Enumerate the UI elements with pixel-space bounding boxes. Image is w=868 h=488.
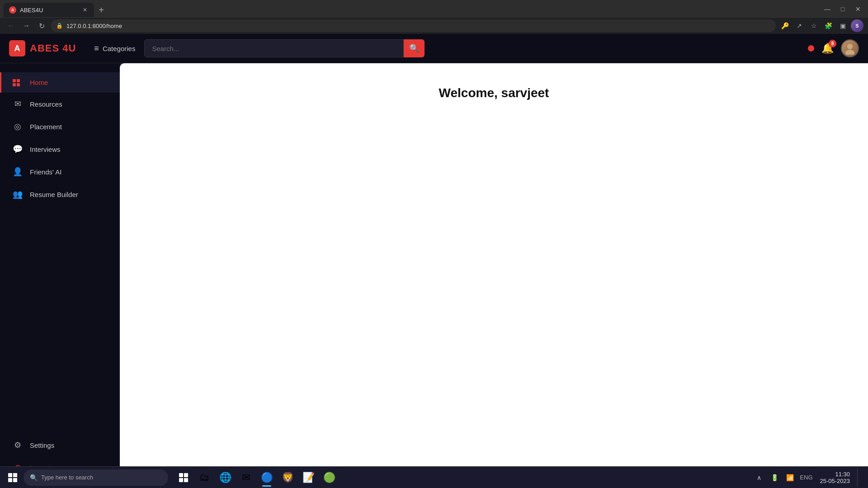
categories-menu[interactable]: ≡ Categories — [94, 44, 135, 53]
notifications-button[interactable]: 🔔 8 — [821, 42, 834, 54]
sidebar-item-home-label: Home — [30, 79, 48, 86]
sidebar: Home ✉ Resources ◎ Placement 💬 Interview… — [0, 63, 120, 488]
sidebar-item-settings[interactable]: ⚙ Settings — [0, 434, 120, 456]
refresh-button[interactable]: ↻ — [35, 19, 48, 32]
navbar-right: 🔔 8 — [808, 39, 859, 57]
taskbar-right: ∧ 🔋 📶 ENG 11:30 25-05-2023 — [753, 469, 864, 487]
share-icon[interactable]: ↗ — [793, 19, 806, 32]
bookmark-icon[interactable]: ☆ — [807, 19, 820, 32]
brave-icon: 🦁 — [282, 472, 294, 483]
clock-time: 11:30 — [835, 471, 850, 478]
svg-point-0 — [847, 44, 853, 49]
sidebar-toggle-icon[interactable]: ▣ — [836, 19, 849, 32]
welcome-heading: Welcome, sarvjeet — [138, 86, 850, 100]
taskbar-search[interactable]: 🔍 Type here to search — [24, 469, 168, 486]
security-icon: 🔒 — [56, 23, 63, 29]
svg-rect-2 — [179, 473, 183, 477]
taskbar-search-icon: 🔍 — [30, 474, 38, 481]
mail-icon: ✉ — [242, 472, 250, 483]
search-input[interactable] — [144, 39, 404, 57]
task-view-icon — [179, 473, 189, 483]
app7-icon: 🟢 — [323, 472, 335, 483]
clock-date: 25-05-2023 — [820, 478, 850, 484]
forward-button[interactable]: → — [20, 19, 33, 32]
sidebar-item-resume-builder-label: Resume Builder — [30, 191, 78, 198]
sidebar-item-resources[interactable]: ✉ Resources — [0, 93, 120, 115]
logo-text: ABES 4U — [30, 42, 76, 54]
status-indicator[interactable] — [808, 45, 814, 52]
user-avatar-button[interactable] — [841, 39, 859, 57]
edge-icon: 🌐 — [219, 472, 231, 483]
start-button[interactable] — [4, 469, 22, 487]
sidebar-item-placement[interactable]: ◎ Placement — [0, 115, 120, 138]
system-tray: ∧ 🔋 📶 — [753, 471, 796, 484]
taskbar-chrome-icon[interactable]: 🔵 — [257, 468, 277, 488]
resume-builder-icon: 👥 — [13, 189, 23, 199]
tray-chevron[interactable]: ∧ — [753, 471, 765, 484]
placement-icon: ◎ — [13, 122, 23, 131]
taskbar-brave-icon[interactable]: 🦁 — [278, 468, 297, 488]
taskbar-edge-icon[interactable]: 🌐 — [215, 468, 235, 488]
tab-close-button[interactable]: ✕ — [81, 6, 89, 14]
sidebar-item-friends-ai[interactable]: 👤 Friends' AI — [0, 160, 120, 183]
sidebar-item-friends-ai-label: Friends' AI — [30, 168, 61, 176]
search-button[interactable]: 🔍 — [404, 39, 425, 57]
content-area: Welcome, sarvjeet — [120, 63, 868, 488]
language-indicator: ENG — [800, 474, 812, 481]
svg-rect-3 — [184, 473, 188, 477]
close-browser-button[interactable]: ✕ — [852, 3, 864, 15]
hamburger-icon: ≡ — [94, 44, 99, 53]
sidebar-item-resume-builder[interactable]: 👥 Resume Builder — [0, 183, 120, 206]
user-avatar-image — [842, 40, 858, 56]
svg-rect-5 — [184, 478, 188, 482]
tab-favicon: A — [9, 6, 16, 14]
tray-wifi-icon: 📶 — [783, 471, 796, 484]
sidebar-item-home[interactable]: Home — [0, 72, 120, 93]
taskbar-search-text: Type here to search — [41, 474, 93, 481]
file-explorer-icon: 🗂 — [199, 472, 209, 483]
back-button[interactable]: ← — [5, 19, 17, 32]
search-icon: 🔍 — [409, 43, 419, 53]
key-icon: 🔑 — [778, 19, 791, 32]
chrome-icon: 🔵 — [261, 472, 273, 483]
home-icon — [13, 79, 23, 86]
tab-title: ABES4U — [20, 7, 78, 14]
search-container: 🔍 — [144, 39, 425, 57]
taskbar: 🔍 Type here to search 🗂 🌐 ✉ 🔵 🦁 📝 — [0, 466, 868, 488]
sidebar-item-interviews[interactable]: 💬 Interviews — [0, 138, 120, 160]
extensions-icon[interactable]: 🧩 — [822, 19, 835, 32]
sidebar-item-placement-label: Placement — [30, 123, 62, 131]
svg-point-1 — [845, 50, 854, 55]
browser-profile-button[interactable]: S — [851, 19, 863, 32]
vscode-icon: 📝 — [302, 472, 315, 483]
main-area: Home ✉ Resources ◎ Placement 💬 Interview… — [0, 63, 868, 488]
show-desktop-button[interactable] — [857, 469, 861, 487]
sidebar-item-settings-label: Settings — [30, 441, 54, 449]
resources-icon: ✉ — [13, 99, 23, 109]
maximize-button[interactable]: □ — [836, 3, 849, 15]
new-tab-button[interactable]: + — [94, 3, 108, 17]
taskbar-app7-icon[interactable]: 🟢 — [319, 468, 339, 488]
tray-battery-icon: 🔋 — [768, 471, 781, 484]
svg-rect-4 — [179, 478, 183, 482]
friends-ai-icon: 👤 — [13, 167, 23, 177]
url-text: 127.0.0.1:8000/home — [66, 23, 770, 29]
minimize-button[interactable]: — — [821, 3, 834, 15]
categories-label: Categories — [103, 45, 136, 52]
interviews-icon: 💬 — [13, 144, 23, 154]
logo-icon: A — [9, 40, 25, 56]
app-logo[interactable]: A ABES 4U — [9, 40, 76, 56]
address-bar[interactable]: 🔒 127.0.0.1:8000/home — [51, 19, 776, 32]
taskbar-task-view[interactable] — [174, 468, 193, 488]
taskbar-file-explorer[interactable]: 🗂 — [194, 468, 214, 488]
taskbar-pinned-apps: 🗂 🌐 ✉ 🔵 🦁 📝 🟢 — [174, 468, 339, 488]
sidebar-item-resources-label: Resources — [30, 100, 62, 108]
settings-icon: ⚙ — [13, 440, 23, 450]
system-clock[interactable]: 11:30 25-05-2023 — [816, 471, 854, 484]
sidebar-item-interviews-label: Interviews — [30, 145, 61, 153]
browser-tab[interactable]: A ABES4U ✕ — [4, 3, 94, 17]
taskbar-vscode-icon[interactable]: 📝 — [298, 468, 318, 488]
windows-icon — [8, 473, 17, 482]
app-navbar: A ABES 4U ≡ Categories 🔍 🔔 8 — [0, 34, 868, 63]
taskbar-mail-icon[interactable]: ✉ — [236, 468, 256, 488]
